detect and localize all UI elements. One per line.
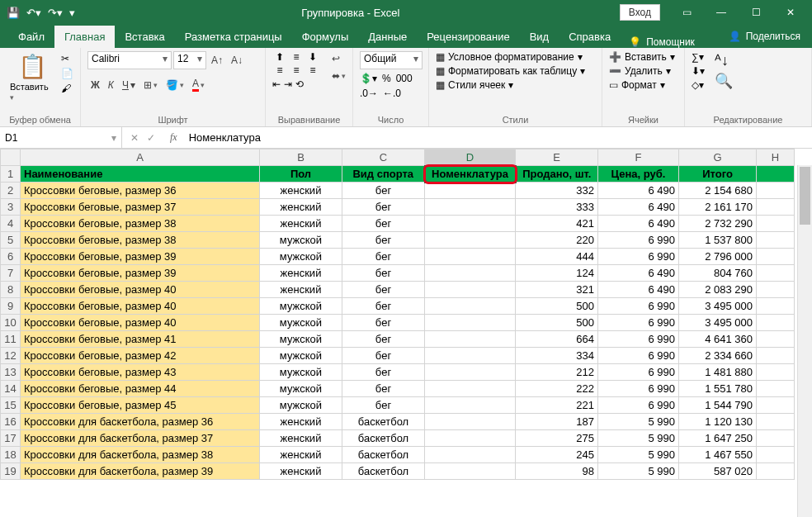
cell[interactable]: 6 990 <box>598 249 679 265</box>
enter-formula-icon[interactable]: ✓ <box>147 132 155 144</box>
number-format-select[interactable]: Общий <box>360 51 423 69</box>
cell[interactable]: 4 641 360 <box>679 331 757 348</box>
cell[interactable]: бег <box>342 265 425 282</box>
cell[interactable] <box>757 166 795 183</box>
cell[interactable] <box>757 447 795 463</box>
header-cell[interactable]: Вид спорта <box>342 166 425 183</box>
cell[interactable]: женский <box>260 447 342 463</box>
cell[interactable]: женский <box>260 265 342 282</box>
bold-button[interactable]: Ж <box>87 78 103 92</box>
cell[interactable]: бег <box>342 364 425 381</box>
row-header-14[interactable]: 14 <box>1 381 21 397</box>
cell[interactable]: Кроссовки беговые, размер 40 <box>21 315 260 331</box>
cell[interactable] <box>425 199 516 216</box>
cell[interactable]: 6 990 <box>598 397 679 414</box>
cell[interactable]: бег <box>342 298 425 315</box>
select-all-corner[interactable] <box>1 149 21 166</box>
col-header-H[interactable]: H <box>757 149 795 166</box>
cell[interactable]: 5 990 <box>598 463 679 480</box>
cell[interactable] <box>425 447 516 463</box>
cell[interactable] <box>757 430 795 447</box>
cell[interactable] <box>425 348 516 364</box>
cell[interactable] <box>757 282 795 298</box>
cell[interactable]: мужской <box>260 249 342 265</box>
login-button[interactable]: Вход <box>620 4 660 21</box>
save-icon[interactable]: 💾 <box>7 7 20 19</box>
decrease-indent-icon[interactable]: ⇤ <box>272 78 281 90</box>
cell[interactable]: 222 <box>516 381 598 397</box>
cell[interactable]: Кроссовки беговые, размер 43 <box>21 364 260 381</box>
cell[interactable]: бег <box>342 348 425 364</box>
font-color-icon[interactable]: A <box>189 76 208 93</box>
cell[interactable]: 5 990 <box>598 414 679 430</box>
undo-icon[interactable]: ↶▾ <box>26 7 41 19</box>
cell[interactable] <box>757 298 795 315</box>
cell[interactable]: бег <box>342 216 425 232</box>
paste-icon[interactable]: 📋 <box>18 53 47 80</box>
tab-справка[interactable]: Справка <box>559 26 621 48</box>
cell[interactable]: 245 <box>516 447 598 463</box>
tab-формулы[interactable]: Формулы <box>292 26 359 48</box>
cell[interactable]: бег <box>342 232 425 249</box>
cell[interactable]: 124 <box>516 265 598 282</box>
cell[interactable] <box>757 199 795 216</box>
cell[interactable]: 2 334 660 <box>679 348 757 364</box>
cell[interactable]: 1 120 130 <box>679 414 757 430</box>
percent-icon[interactable]: % <box>382 73 391 84</box>
borders-icon[interactable]: ⊞ <box>140 78 161 92</box>
cell[interactable] <box>425 249 516 265</box>
cell[interactable]: 212 <box>516 364 598 381</box>
cell[interactable]: бег <box>342 381 425 397</box>
cell[interactable]: Кроссовки для баскетбола, размер 38 <box>21 447 260 463</box>
cell[interactable] <box>425 331 516 348</box>
cell[interactable]: Кроссовки беговые, размер 41 <box>21 331 260 348</box>
cell[interactable] <box>425 216 516 232</box>
row-header-6[interactable]: 6 <box>1 249 21 265</box>
font-size-select[interactable]: 12 <box>173 51 206 69</box>
cell[interactable]: 2 083 290 <box>679 282 757 298</box>
cell[interactable] <box>425 397 516 414</box>
cell[interactable]: 6 990 <box>598 298 679 315</box>
row-header-1[interactable]: 1 <box>1 166 21 183</box>
cell[interactable]: Кроссовки беговые, размер 45 <box>21 397 260 414</box>
cell[interactable]: Кроссовки для баскетбола, размер 39 <box>21 463 260 480</box>
fill-color-icon[interactable]: 🪣 <box>163 78 187 92</box>
cell[interactable]: Кроссовки беговые, размер 37 <box>21 199 260 216</box>
cell[interactable]: 1 551 780 <box>679 381 757 397</box>
merge-icon[interactable]: ⬌ <box>328 69 349 83</box>
cell[interactable]: баскетбол <box>342 463 425 480</box>
cell[interactable] <box>425 364 516 381</box>
cell[interactable] <box>425 414 516 430</box>
cell[interactable]: 6 490 <box>598 199 679 216</box>
tab-данные[interactable]: Данные <box>358 26 417 48</box>
row-header-16[interactable]: 16 <box>1 414 21 430</box>
cell[interactable]: Кроссовки беговые, размер 39 <box>21 265 260 282</box>
cell[interactable]: 444 <box>516 249 598 265</box>
decrease-decimal-icon[interactable]: ←.0 <box>383 88 401 99</box>
row-header-12[interactable]: 12 <box>1 348 21 364</box>
cell[interactable] <box>425 430 516 447</box>
cell[interactable]: 220 <box>516 232 598 249</box>
row-header-5[interactable]: 5 <box>1 232 21 249</box>
cell[interactable]: мужской <box>260 315 342 331</box>
share-button[interactable]: 👤 Поделиться <box>717 25 812 48</box>
cell[interactable]: бег <box>342 315 425 331</box>
cell[interactable]: Кроссовки беговые, размер 44 <box>21 381 260 397</box>
redo-icon[interactable]: ↷▾ <box>48 7 63 19</box>
cell[interactable]: бег <box>342 199 425 216</box>
cell[interactable]: 2 161 170 <box>679 199 757 216</box>
fx-icon[interactable]: fx <box>163 131 184 144</box>
increase-decimal-icon[interactable]: .0→ <box>360 88 378 99</box>
cell[interactable]: 2 796 000 <box>679 249 757 265</box>
header-cell[interactable]: Продано, шт. <box>516 166 598 183</box>
tell-me-button[interactable]: Помощник <box>646 36 695 48</box>
cell[interactable]: 1 647 250 <box>679 430 757 447</box>
cell[interactable] <box>757 348 795 364</box>
cell[interactable]: 2 154 680 <box>679 183 757 199</box>
align-left-icon[interactable]: ≡ <box>272 64 287 76</box>
row-header-19[interactable]: 19 <box>1 463 21 480</box>
cell[interactable]: бег <box>342 183 425 199</box>
cell[interactable]: 187 <box>516 414 598 430</box>
row-header-18[interactable]: 18 <box>1 447 21 463</box>
close-icon[interactable]: ✕ <box>774 0 807 25</box>
